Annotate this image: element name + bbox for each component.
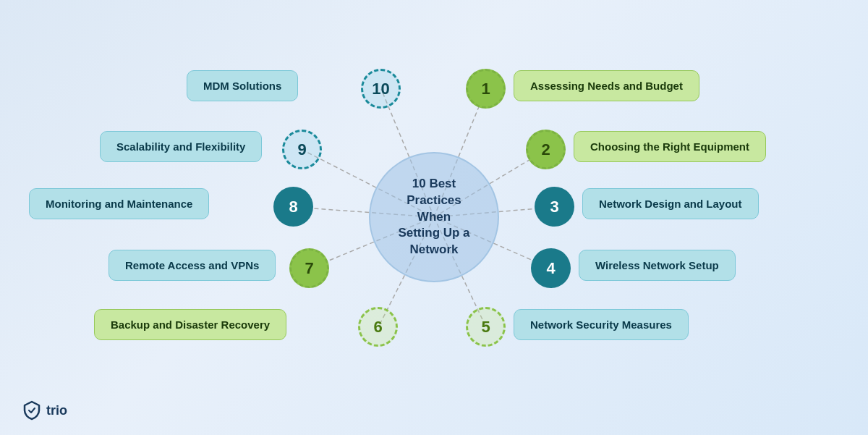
label-5: Network Security Measures bbox=[514, 309, 689, 340]
label-6: Backup and Disaster Recovery bbox=[94, 309, 286, 340]
label-7: Remote Access and VPNs bbox=[109, 250, 276, 281]
center-title: 10 Best Practices When Setting Up a Netw… bbox=[391, 169, 477, 266]
label-2: Choosing the Right Equipment bbox=[574, 131, 766, 162]
bubble-2: 2 bbox=[526, 130, 566, 169]
label-9: Scalability and Flexibility bbox=[100, 131, 262, 162]
bubble-8: 8 bbox=[273, 187, 313, 227]
logo: trio bbox=[22, 400, 67, 421]
logo-text: trio bbox=[46, 403, 67, 418]
bubble-9: 9 bbox=[282, 130, 322, 169]
bubble-5: 5 bbox=[466, 307, 506, 347]
bubble-1: 1 bbox=[466, 69, 506, 109]
diagram-container: 10 Best Practices When Setting Up a Netw… bbox=[0, 0, 868, 435]
bubble-3: 3 bbox=[535, 187, 574, 227]
label-4: Wireless Network Setup bbox=[579, 250, 736, 281]
center-circle: 10 Best Practices When Setting Up a Netw… bbox=[369, 152, 499, 282]
trio-logo-icon bbox=[22, 400, 42, 421]
bubble-6: 6 bbox=[358, 307, 398, 347]
bubble-10: 10 bbox=[361, 69, 401, 109]
label-8: Monitoring and Maintenance bbox=[29, 188, 209, 219]
label-1: Assessing Needs and Budget bbox=[514, 70, 699, 101]
label-3: Network Design and Layout bbox=[582, 188, 759, 219]
label-10: MDM Solutions bbox=[187, 70, 298, 101]
bubble-4: 4 bbox=[531, 248, 571, 288]
bubble-7: 7 bbox=[289, 248, 329, 288]
